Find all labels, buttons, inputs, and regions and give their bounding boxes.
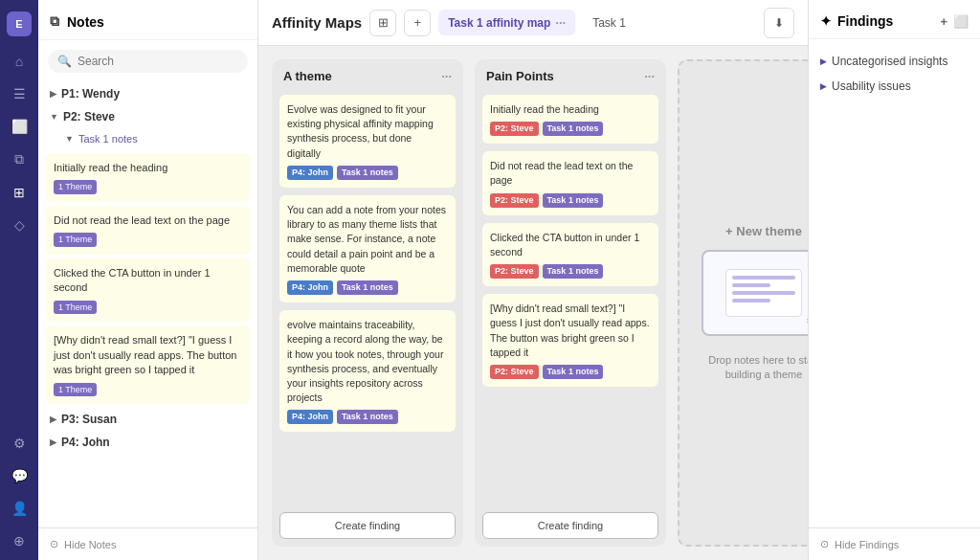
finding-item-uncategorised[interactable]: ▶ Uncategorised insights bbox=[820, 49, 969, 74]
tag-task1-1: Task 1 notes bbox=[337, 166, 398, 180]
theme-card-pp2[interactable]: Did not read the lead text on the page P… bbox=[482, 151, 658, 214]
add-map-btn[interactable]: + bbox=[404, 10, 431, 36]
finding-item-usability[interactable]: ▶ Usability issues bbox=[820, 74, 969, 99]
note-card-2[interactable]: Did not read the lead text on the page 1… bbox=[46, 206, 250, 255]
tag-steve-1: P2: Steve bbox=[490, 122, 539, 136]
tag-steve-3: P2: Steve bbox=[490, 264, 539, 279]
search-icon: 🔍 bbox=[57, 55, 72, 68]
theme-card-a1[interactable]: Evolve was designed to fit your existing… bbox=[279, 95, 456, 188]
notes-panel: ⧉ Notes 🔍 ▶ P1: Wendy ▼ P2: Steve ▼ Task… bbox=[38, 0, 258, 560]
hide-findings-label: Hide Findings bbox=[835, 539, 899, 550]
notes-tree: ▶ P1: Wendy ▼ P2: Steve ▼ Task 1 notes I… bbox=[38, 78, 257, 527]
theme-a-title: A theme bbox=[283, 69, 332, 83]
drop-zone-text: Drop notes here to start building a them… bbox=[699, 353, 808, 383]
create-finding-btn-a[interactable]: Create finding bbox=[279, 512, 456, 539]
findings-title: Findings bbox=[837, 13, 893, 29]
diamond-icon[interactable]: ◇ bbox=[14, 217, 25, 233]
note-card-3[interactable]: Clicked the CTA button in under 1 second… bbox=[46, 258, 250, 322]
findings-panel: ✦ Findings + ⬜ ▶ Uncategorised insights … bbox=[808, 0, 980, 560]
tree-item-p4[interactable]: ▶ P4: John bbox=[38, 431, 257, 454]
grid-icon[interactable]: ⊞ bbox=[13, 185, 25, 200]
tree-item-task1[interactable]: ▼ Task 1 notes bbox=[38, 128, 257, 149]
drop-zone-box: ⚙ bbox=[702, 250, 808, 336]
theme-card-pp1[interactable]: Initially read the heading P2: Steve Tas… bbox=[482, 95, 658, 144]
notes-header: ⧉ Notes bbox=[38, 0, 257, 40]
chevron-right-p4-icon: ▶ bbox=[50, 437, 56, 447]
hide-findings-icon: ⊙ bbox=[820, 538, 829, 550]
notes-title: Notes bbox=[67, 14, 104, 30]
chevron-down-icon: ▼ bbox=[50, 112, 58, 122]
theme-a-body: Evolve was designed to fit your existing… bbox=[272, 89, 463, 504]
note-card-1[interactable]: Initially read the heading 1 Theme bbox=[46, 153, 250, 202]
findings-header: ✦ Findings + ⬜ bbox=[809, 0, 980, 39]
theme-badge-4: 1 Theme bbox=[54, 383, 97, 397]
layers-icon[interactable]: ⧉ bbox=[14, 151, 24, 168]
findings-bookmark-icon: ✦ bbox=[820, 13, 832, 29]
tree-item-p1[interactable]: ▶ P1: Wendy bbox=[38, 82, 257, 105]
tag-task1-pp3: Task 1 notes bbox=[543, 264, 604, 279]
theme-pp-body: Initially read the heading P2: Steve Tas… bbox=[475, 89, 666, 504]
theme-col-a-theme: A theme ··· Evolve was designed to fit y… bbox=[272, 59, 463, 547]
theme-pp-title: Pain Points bbox=[486, 69, 554, 83]
affinity-maps-title: Affinity Maps bbox=[272, 14, 362, 31]
new-theme-col: + New theme ⚙ Drop notes here to start b… bbox=[678, 59, 808, 547]
tag-task1-2: Task 1 notes bbox=[337, 280, 398, 295]
theme-card-a2[interactable]: You can add a note from your notes libra… bbox=[279, 195, 456, 302]
grid-view-btn[interactable]: ⊞ bbox=[369, 10, 396, 36]
tag-task1-3: Task 1 notes bbox=[337, 410, 398, 424]
tag-john-1: P4: John bbox=[287, 166, 333, 180]
tree-item-p3[interactable]: ▶ P3: Susan bbox=[38, 408, 257, 431]
avatar: E bbox=[7, 11, 32, 36]
tree-item-p2[interactable]: ▼ P2: Steve bbox=[38, 105, 257, 128]
home-icon[interactable]: ⌂ bbox=[15, 54, 23, 69]
theme-badge-3: 1 Theme bbox=[54, 301, 97, 315]
chevron-finding-2-icon: ▶ bbox=[820, 81, 827, 91]
search-bar: 🔍 bbox=[48, 50, 248, 73]
main-header: Affinity Maps ⊞ + Task 1 affinity map ··… bbox=[258, 0, 808, 46]
note-card-4[interactable]: [Why didn't read small text?] "I guess I… bbox=[46, 325, 250, 404]
main-area: Affinity Maps ⊞ + Task 1 affinity map ··… bbox=[258, 0, 808, 560]
theme-pp-header: Pain Points ··· bbox=[475, 59, 666, 89]
stack-icon: ⧉ bbox=[50, 13, 59, 30]
folder-icon[interactable]: ⬜ bbox=[11, 119, 28, 134]
theme-badge-2: 1 Theme bbox=[54, 233, 97, 247]
hide-notes-footer[interactable]: ⊙ Hide Notes bbox=[38, 527, 257, 560]
add-circle-icon[interactable]: ⊕ bbox=[13, 533, 25, 549]
tag-steve-4: P2: Steve bbox=[490, 365, 539, 379]
theme-pp-dots-icon[interactable]: ··· bbox=[644, 69, 655, 83]
tag-task1-pp2: Task 1 notes bbox=[543, 193, 604, 208]
findings-body: ▶ Uncategorised insights ▶ Usability iss… bbox=[809, 39, 980, 527]
new-theme-label[interactable]: + New theme bbox=[725, 224, 802, 238]
chevron-right-icon: ▶ bbox=[50, 89, 56, 99]
theme-card-pp4[interactable]: [Why didn't read small text?] "I guess I… bbox=[482, 294, 658, 387]
tag-john-3: P4: John bbox=[287, 410, 333, 424]
chevron-right-p3-icon: ▶ bbox=[50, 414, 56, 424]
theme-card-pp3[interactable]: Clicked the CTA button in under 1 second… bbox=[482, 223, 658, 286]
findings-export-icon[interactable]: ⬜ bbox=[953, 14, 969, 29]
chevron-down-task-icon: ▼ bbox=[65, 134, 74, 144]
theme-a-dots-icon[interactable]: ··· bbox=[441, 69, 452, 83]
tag-task1-pp4: Task 1 notes bbox=[543, 365, 604, 379]
theme-a-header: A theme ··· bbox=[272, 59, 463, 89]
tab-dots-icon[interactable]: ··· bbox=[555, 15, 566, 30]
user-icon[interactable]: 👤 bbox=[11, 501, 28, 516]
drop-zone-settings-icon: ⚙ bbox=[806, 313, 808, 328]
tab-task1-affinity[interactable]: Task 1 affinity map ··· bbox=[438, 10, 575, 35]
theme-badge-1: 1 Theme bbox=[54, 180, 97, 194]
search-input[interactable] bbox=[78, 55, 238, 68]
hide-findings-footer[interactable]: ⊙ Hide Findings bbox=[809, 527, 980, 560]
chat-icon[interactable]: 💬 bbox=[11, 468, 28, 483]
hide-notes-icon: ⊙ bbox=[50, 538, 58, 550]
tag-john-2: P4: John bbox=[287, 280, 333, 295]
chevron-finding-1-icon: ▶ bbox=[820, 56, 827, 66]
theme-card-a3[interactable]: evolve maintains traceability, keeping a… bbox=[279, 310, 456, 432]
add-finding-btn[interactable]: + bbox=[940, 14, 947, 29]
tag-task1-pp1: Task 1 notes bbox=[543, 122, 604, 136]
settings-icon[interactable]: ⚙ bbox=[13, 436, 26, 451]
file-icon[interactable]: ☰ bbox=[13, 86, 26, 101]
create-finding-btn-pp[interactable]: Create finding bbox=[482, 512, 658, 539]
tab-task1[interactable]: Task 1 bbox=[583, 11, 635, 35]
tag-steve-2: P2: Steve bbox=[490, 193, 539, 208]
theme-col-pain-points: Pain Points ··· Initially read the headi… bbox=[475, 59, 666, 547]
download-btn[interactable]: ⬇ bbox=[764, 8, 794, 38]
